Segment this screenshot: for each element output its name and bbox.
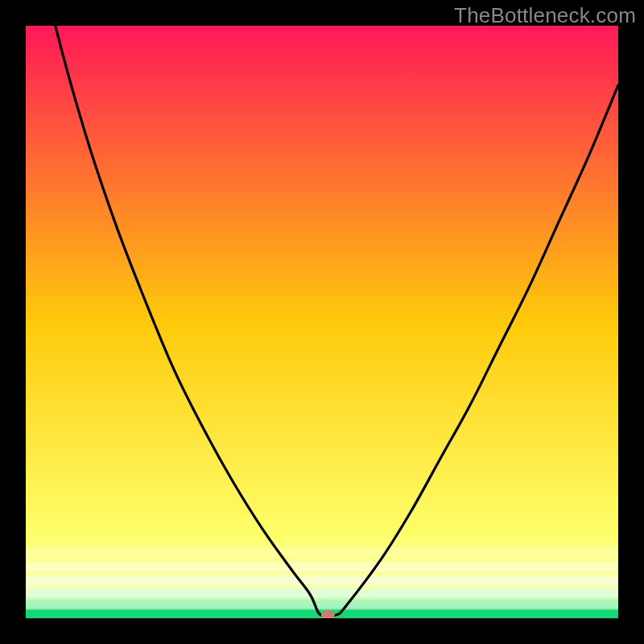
bottleneck-chart [0, 0, 644, 644]
svg-rect-5 [26, 601, 618, 609]
svg-rect-1 [26, 547, 618, 558]
svg-rect-2 [26, 562, 618, 571]
plot-background [26, 26, 618, 618]
attribution-text: TheBottleneck.com [454, 3, 636, 28]
minimum-marker [321, 610, 335, 621]
svg-rect-3 [26, 576, 618, 584]
svg-rect-4 [26, 588, 618, 597]
chart-stage: TheBottleneck.com [0, 0, 644, 644]
plot-area [26, 0, 618, 621]
